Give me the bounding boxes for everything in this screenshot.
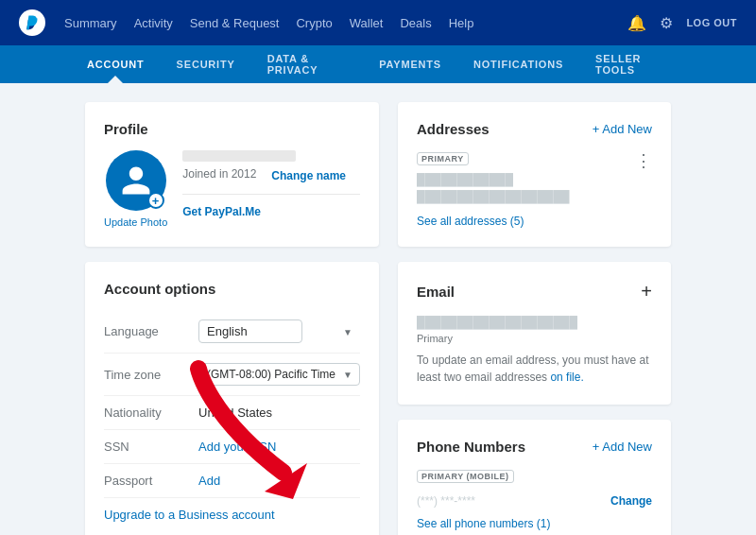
email-primary-label: Primary [417,333,652,344]
add-passport-link[interactable]: Add [198,474,220,488]
sec-nav-account[interactable]: Account [85,45,146,83]
address-line2: ███████████████████ [417,188,570,205]
nav-summary[interactable]: Summary [64,16,117,30]
see-all-phones-link[interactable]: See all phone numbers (1) [417,517,652,530]
option-language: Language English ▼ [104,310,360,354]
phone-row: (***) ***-**** Change [417,494,652,508]
timezone-label: Time zone [104,368,198,382]
account-options-title: Account options [104,281,360,297]
addresses-card: Addresses + Add New PRIMARY ████████████… [398,102,671,247]
profile-name-blur [182,150,296,162]
ssn-label: SSN [104,440,198,454]
phone-card: Phone Numbers + Add New PRIMARY (MOBILE)… [398,420,671,535]
profile-joined: Joined in 2012 [182,167,256,181]
nav-help[interactable]: Help [449,16,474,30]
nav-activity[interactable]: Activity [134,16,173,30]
main-content: Profile + Update Photo Joined in 2012 [0,83,756,535]
phone-header: Phone Numbers + Add New [417,439,652,455]
nav-deals[interactable]: Deals [400,16,431,30]
language-select[interactable]: English [198,319,302,343]
email-note: To update an email address, you must hav… [417,352,652,386]
add-email-icon[interactable]: + [641,281,652,302]
email-address-blur: ████████████████████ [417,316,652,329]
get-paypalme-link[interactable]: Get PayPal.Me [182,205,261,218]
nav-send-request[interactable]: Send & Request [190,16,280,30]
phone-number-blur: (***) ***-**** [417,494,475,508]
nationality-label: Nationality [104,406,198,420]
upgrade-business-link[interactable]: Upgrade to a Business account [104,498,360,531]
address-line1: ████████████ [417,171,570,188]
sec-nav-seller-tools[interactable]: Seller Tools [593,45,671,83]
addresses-header: Addresses + Add New [417,121,652,137]
gear-icon[interactable]: ⚙ [660,14,673,32]
option-ssn: SSN Add your SSN [104,430,360,464]
email-card: Email + ████████████████████ Primary To … [398,262,671,405]
paypal-logo [19,9,45,36]
option-passport: Passport Add [104,464,360,498]
account-options-card: Account options Language English ▼ Time … [85,262,379,535]
nav-crypto[interactable]: Crypto [296,16,332,30]
bell-icon[interactable]: 🔔 [627,14,646,32]
nav-right: 🔔 ⚙ LOG OUT [627,14,737,32]
add-address-button[interactable]: + Add New [593,122,652,136]
option-timezone: Time zone (GMT-08:00) Pacific Time ▼ [104,354,360,396]
avatar: + [106,150,166,211]
right-column: Addresses + Add New PRIMARY ████████████… [398,102,671,535]
add-phone-button[interactable]: + Add New [593,440,652,454]
address-menu-icon[interactable]: ⋮ [635,150,652,171]
language-chevron-icon: ▼ [343,326,352,337]
profile-card: Profile + Update Photo Joined in 2012 [85,102,379,247]
see-all-addresses-link[interactable]: See all addresses (5) [417,215,652,228]
timezone-select[interactable]: (GMT-08:00) Pacific Time [198,363,360,386]
sec-nav-data-privacy[interactable]: Data & Privacy [266,45,350,83]
avatar-plus-icon[interactable]: + [147,192,164,209]
language-select-wrap: English ▼ [198,319,360,343]
sec-nav-notifications[interactable]: Notifications [472,45,565,83]
passport-label: Passport [104,474,198,488]
phone-title: Phone Numbers [417,439,525,455]
option-nationality: Nationality United States [104,396,360,430]
profile-title: Profile [104,121,360,137]
nav-wallet[interactable]: Wallet [350,16,384,30]
logout-button[interactable]: LOG OUT [686,17,737,28]
change-phone-link[interactable]: Change [610,494,652,508]
email-header: Email + [417,281,652,302]
profile-info: Joined in 2012 Change name Get PayPal.Me [182,150,360,218]
secondary-nav: Account Security Data & Privacy Payments… [0,45,756,83]
nav-links: Summary Activity Send & Request Crypto W… [64,16,627,30]
email-title: Email [417,284,455,300]
profile-body: + Update Photo Joined in 2012 Change nam… [104,150,360,228]
change-name-link[interactable]: Change name [271,169,346,182]
sec-nav-security[interactable]: Security [175,45,237,83]
avatar-wrap: + Update Photo [104,150,167,228]
language-label: Language [104,324,198,338]
left-column: Profile + Update Photo Joined in 2012 [85,102,379,535]
top-nav: Summary Activity Send & Request Crypto W… [0,0,756,45]
timezone-select-wrap: (GMT-08:00) Pacific Time ▼ [198,363,360,386]
add-ssn-link[interactable]: Add your SSN [198,440,276,454]
sec-nav-payments[interactable]: Payments [377,45,443,83]
nationality-value: United States [198,406,360,420]
phone-primary-badge: PRIMARY (MOBILE) [417,470,514,483]
update-photo-link[interactable]: Update Photo [104,216,167,228]
address-primary-badge: PRIMARY [417,152,469,165]
addresses-title: Addresses [417,121,490,137]
